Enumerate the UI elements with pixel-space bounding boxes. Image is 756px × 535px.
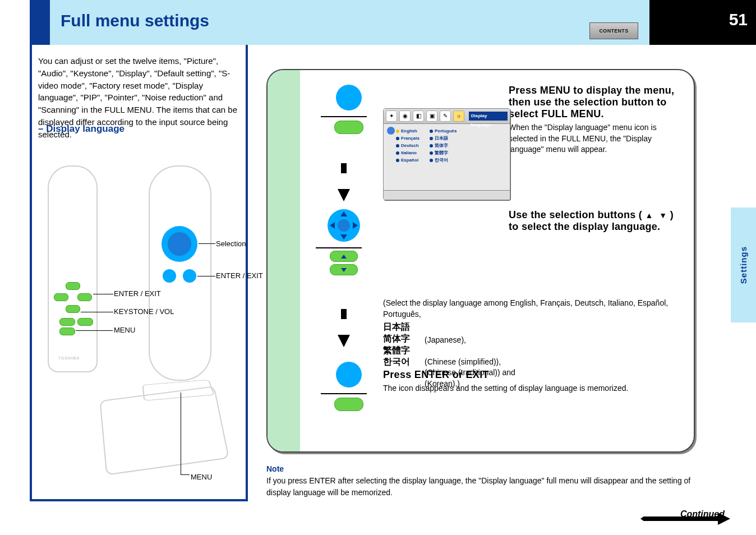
instruction-panel: Press MENU to display the menu, then use… — [266, 69, 695, 453]
osd-item: 日本語 — [435, 136, 448, 141]
step3-title: Press ENTER or EXIT — [383, 369, 681, 381]
selection-enter-icon — [163, 269, 176, 283]
osd-tab-icon: ▣ — [426, 110, 437, 122]
subheading: – Display language — [38, 123, 125, 135]
step1-text: Press MENU to display the menu, then use… — [509, 85, 681, 155]
up-pill-icon — [330, 251, 358, 262]
menu-button-icon — [336, 85, 362, 110]
label-selection: Selection — [216, 239, 246, 248]
osd-col-1: English Français Deutsch Italiano Españo… — [396, 127, 420, 164]
continued-arrow-icon — [640, 513, 730, 525]
separator-line — [321, 116, 367, 117]
remote-right-button — [77, 293, 92, 301]
label-enter-exit: ENTER / EXIT — [114, 289, 161, 298]
remote-up-button — [66, 282, 80, 290]
menu-pill-icon — [334, 121, 363, 134]
separator-line — [321, 393, 367, 394]
osd-item: English — [401, 128, 417, 133]
note-box: Note If you press ENTER after selecting … — [266, 463, 693, 499]
panel-accent — [268, 70, 300, 451]
step1-title: Press MENU to display the menu, then use… — [509, 85, 681, 120]
selection-pad-center-icon — [168, 232, 191, 256]
enter-exit-icon — [336, 362, 362, 388]
osd-tab-icon: ◧ — [413, 110, 424, 122]
osd-item: 简体字 — [435, 143, 448, 148]
up-arrow-icon: ▲ — [645, 211, 653, 220]
step3-body: The icon disappears and the setting of d… — [383, 383, 681, 394]
leader-line — [93, 294, 113, 294]
osd-tab-icon: ✎ — [440, 110, 451, 122]
osd-item: Español — [401, 158, 418, 163]
enter-exit-pill-icon — [334, 398, 363, 411]
lang-cn-s: 简体字 — [383, 334, 410, 343]
lang-cn-t: 繁體字 — [383, 345, 410, 355]
lang-intro: (Select the display language among Engli… — [383, 298, 681, 320]
nav-disc-icon — [328, 209, 360, 242]
label-enter-exit-2: ENTER / EXIT — [216, 271, 263, 280]
osd-item: Deutsch — [401, 143, 419, 148]
down-arrow-icon: ▼ — [659, 211, 667, 220]
globe-icon — [387, 127, 395, 135]
separator-line — [316, 247, 362, 248]
step2-text: Use the selection buttons ( ▲ ▼ ) to sel… — [509, 209, 681, 233]
osd-foot — [384, 190, 510, 200]
selection-exit-icon — [183, 269, 196, 283]
osd-item: Italiano — [401, 150, 417, 155]
step-arrow — [338, 306, 350, 347]
lang-cjk: 日本語 简体字 繁體字 한국어 — [383, 321, 410, 368]
note-head: Note — [266, 463, 693, 475]
step1-icons — [321, 85, 377, 136]
remote-menu-button — [59, 328, 75, 335]
osd-tab-icon: ◉ — [399, 110, 411, 122]
label-menu: MENU — [114, 326, 135, 334]
label-menu-proj: MENU — [191, 473, 212, 481]
brand-label: TOSHIBA — [58, 356, 80, 360]
leader-line — [76, 330, 113, 331]
header-accent — [30, 0, 50, 45]
step2-title-a: Use the selection buttons ( — [509, 209, 642, 220]
step3-text: Press ENTER or EXIT The icon disappears … — [383, 369, 681, 394]
remote-top-outline — [149, 165, 211, 381]
leader-line — [199, 243, 215, 244]
osd-col-2: Português 日本語 简体字 繁體字 한국어 — [430, 127, 457, 164]
page-title: Full menu settings — [61, 11, 209, 30]
leader-line — [181, 474, 190, 475]
osd-item: 한국어 — [435, 158, 448, 163]
remote-front-outline — [48, 165, 98, 372]
side-tab-label: Settings — [739, 246, 748, 284]
remote-exit-button — [77, 318, 93, 326]
osd-body: English Français Deutsch Italiano Españo… — [384, 124, 510, 164]
osd-tabs: ✦ ◉ ◧ ▣ ✎ ☼ Display language — [384, 109, 510, 124]
lang-jp: 日本語 — [383, 322, 410, 331]
contents-button[interactable]: CONTENTS — [589, 22, 638, 39]
leader-line — [181, 393, 181, 474]
leader-line — [197, 276, 215, 276]
step-arrow — [338, 160, 350, 201]
label-keystone-vol: KEYSTONE / VOL — [114, 307, 174, 316]
osd-menu: ✦ ◉ ◧ ▣ ✎ ☼ Display language English Fra… — [383, 108, 510, 200]
note-line: If you press ENTER after selecting the d… — [266, 476, 690, 497]
manual-page: Full menu settings 51 CONTENTS Settings … — [0, 0, 756, 535]
osd-tab-icon: ☼ — [453, 110, 464, 122]
lang-kr: 한국어 — [383, 357, 410, 366]
step3-icons — [321, 362, 377, 413]
remote-down-button — [66, 305, 80, 313]
osd-item: 繁體字 — [435, 150, 448, 155]
osd-item: Português — [435, 128, 457, 133]
remote-left-button — [54, 293, 68, 301]
remote-enter-button — [59, 318, 75, 326]
step2-title: Use the selection buttons ( ▲ ▼ ) to sel… — [509, 209, 681, 233]
osd-tab-icon: ✦ — [386, 110, 397, 122]
osd-item: Français — [401, 136, 420, 141]
osd-title: Display language — [469, 112, 508, 121]
lang-jp-tail: (Japanese), — [425, 335, 466, 344]
down-pill-icon — [330, 264, 358, 275]
side-tab: Settings — [731, 207, 756, 322]
step2-icons — [316, 209, 372, 275]
leader-line — [81, 312, 113, 312]
step1-body: When the "Display language" menu icon is… — [509, 122, 681, 155]
page-number: 51 — [729, 10, 748, 29]
